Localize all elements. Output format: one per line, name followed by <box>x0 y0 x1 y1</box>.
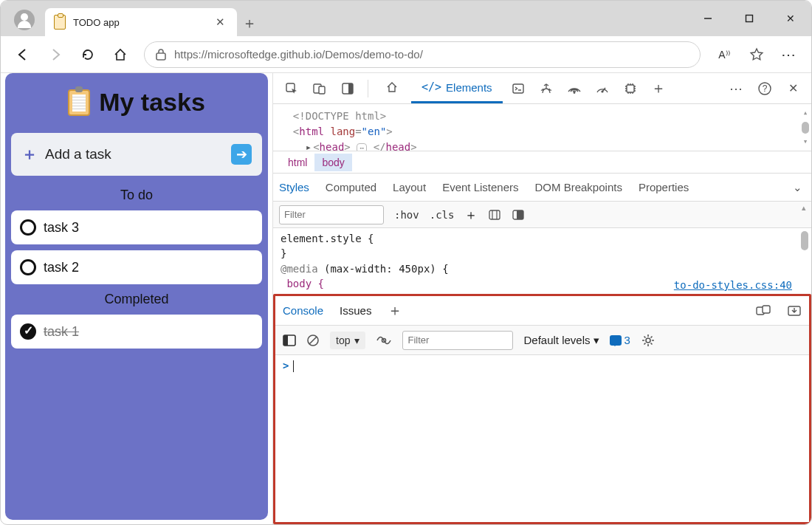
console-filter-input[interactable] <box>402 331 513 350</box>
issues-counter[interactable]: 3 <box>610 334 630 346</box>
styles-filter-input[interactable] <box>279 205 384 224</box>
hov-toggle[interactable]: :hov <box>394 209 419 221</box>
home-button[interactable] <box>106 40 135 69</box>
refresh-button[interactable] <box>73 40 103 69</box>
tab-close-button[interactable]: ✕ <box>213 13 228 32</box>
add-task-input[interactable]: ＋ Add a task ➔ <box>11 133 262 176</box>
forward-button[interactable] <box>41 40 70 69</box>
task-checkbox[interactable] <box>20 323 36 340</box>
svg-rect-7 <box>348 83 353 94</box>
breadcrumb: html body <box>273 151 811 174</box>
flex-editor-icon[interactable] <box>488 209 501 221</box>
task-item[interactable]: task 1 <box>11 315 262 349</box>
svg-rect-16 <box>517 210 523 219</box>
more-tools-button[interactable]: ⋯ <box>724 76 749 101</box>
more-button[interactable]: ⋯ <box>774 40 804 69</box>
device-toggle-icon[interactable] <box>307 76 332 101</box>
console-toolbar: top▾ Default levels▾ 3 <box>275 326 809 355</box>
expand-icon[interactable]: ▸ <box>306 141 312 151</box>
comment-icon <box>610 335 622 346</box>
crumb-html[interactable]: html <box>281 154 314 171</box>
tab-styles[interactable]: Styles <box>279 181 309 193</box>
home-icon <box>386 81 398 93</box>
drawer-tabs: Console Issues ＋ <box>275 296 809 326</box>
drawer-dock-icon[interactable] <box>787 305 802 317</box>
task-item[interactable]: task 3 <box>11 210 262 244</box>
tab-issues[interactable]: Issues <box>340 304 371 317</box>
profile-avatar[interactable] <box>14 10 35 30</box>
dom-tree[interactable]: <!DOCTYPE html> <html lang="en"> ▸<head>… <box>273 104 811 151</box>
tab-computed[interactable]: Computed <box>326 181 376 193</box>
tab-eventlisteners[interactable]: Event Listeners <box>442 181 518 193</box>
console-tab-icon[interactable] <box>506 76 531 101</box>
submit-task-button[interactable]: ➔ <box>231 144 252 165</box>
todo-section-heading: To do <box>11 188 262 203</box>
elements-tab[interactable]: </> Elements <box>411 74 503 103</box>
clear-console-button[interactable] <box>306 334 320 347</box>
help-button[interactable]: ? <box>752 76 777 101</box>
sidebar-toggle-icon[interactable] <box>283 334 296 346</box>
address-bar[interactable]: https://microsoftedge.github.io/Demos/de… <box>144 41 701 68</box>
tab-console[interactable]: Console <box>283 304 323 317</box>
tab-properties[interactable]: Properties <box>639 181 689 193</box>
live-expression-button[interactable] <box>376 334 392 346</box>
sources-tab-icon[interactable] <box>534 76 559 101</box>
new-tab-button[interactable]: ＋ <box>237 13 262 36</box>
svg-rect-5 <box>319 86 325 94</box>
css-rules[interactable]: element.style { } @media (max-width: 450… <box>273 228 811 294</box>
styles-subtabs: Styles Computed Layout Event Listeners D… <box>273 174 811 202</box>
performance-tab-icon[interactable] <box>590 76 615 101</box>
read-aloud-button[interactable]: A⁾⁾ <box>709 40 739 69</box>
clipboard-icon <box>54 15 66 30</box>
welcome-tab[interactable] <box>376 74 408 103</box>
favorite-button[interactable] <box>742 40 771 69</box>
lock-icon <box>155 48 167 61</box>
memory-tab-icon[interactable] <box>618 76 643 101</box>
task-item[interactable]: task 2 <box>11 250 262 284</box>
inspect-icon[interactable] <box>279 76 304 101</box>
console-output[interactable]: > <box>275 355 809 522</box>
context-selector[interactable]: top▾ <box>330 332 365 349</box>
drawer-detach-icon[interactable] <box>756 305 771 317</box>
chevron-down-icon[interactable]: ⌄ <box>793 181 802 194</box>
computed-toggle-icon[interactable] <box>512 209 525 221</box>
task-checkbox[interactable] <box>20 259 36 275</box>
window-minimize-button[interactable] <box>687 1 729 36</box>
task-label: task 3 <box>44 220 79 236</box>
log-level-selector[interactable]: Default levels▾ <box>523 334 599 347</box>
cls-toggle[interactable]: .cls <box>430 209 455 221</box>
crumb-body[interactable]: body <box>314 154 351 171</box>
svg-point-25 <box>646 338 650 343</box>
svg-rect-8 <box>513 84 523 93</box>
more-tabs-button[interactable]: ＋ <box>646 76 671 101</box>
devtools-panel: </> Elements ＋ ⋯ ? ✕ <box>272 73 811 524</box>
scrollbar[interactable] <box>801 231 808 250</box>
window-maximize-button[interactable] <box>729 1 770 36</box>
styles-toolbar: :hov .cls ＋ ▴ <box>273 202 811 228</box>
scrollbar[interactable]: ▴ ▾ <box>801 107 810 148</box>
window-close-button[interactable]: ✕ <box>770 1 811 36</box>
task-checkbox[interactable] <box>20 219 36 236</box>
console-drawer: Console Issues ＋ top▾ <box>273 294 811 524</box>
back-button[interactable] <box>8 40 38 69</box>
ellipsis-icon[interactable]: ⋯ <box>357 143 367 151</box>
chevron-down-icon: ▾ <box>354 334 359 346</box>
svg-rect-11 <box>627 85 634 92</box>
devtools-close-button[interactable]: ✕ <box>780 76 805 101</box>
browser-tab[interactable]: TODO app ✕ <box>45 8 237 36</box>
new-rule-button[interactable]: ＋ <box>464 206 478 224</box>
dock-icon[interactable] <box>335 76 360 101</box>
task-label: task 2 <box>44 260 79 275</box>
network-tab-icon[interactable] <box>562 76 587 101</box>
source-link[interactable]: to-do-styles.css:40 <box>674 278 792 292</box>
scrollbar[interactable]: ▴ <box>799 203 808 213</box>
add-drawer-tab-button[interactable]: ＋ <box>388 301 402 320</box>
tab-layout[interactable]: Layout <box>393 181 426 193</box>
completed-section-heading: Completed <box>11 292 262 307</box>
tab-dombreakpoints[interactable]: DOM Breakpoints <box>535 181 622 193</box>
tab-title: TODO app <box>73 17 213 28</box>
svg-point-9 <box>573 92 575 94</box>
console-settings-button[interactable] <box>641 333 656 348</box>
svg-text:?: ? <box>763 83 768 94</box>
input-caret <box>293 360 294 372</box>
